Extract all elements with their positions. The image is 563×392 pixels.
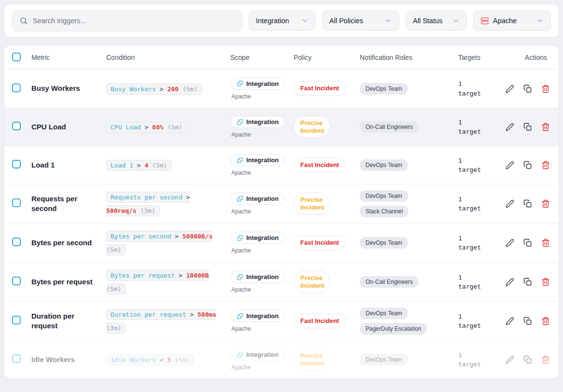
- condition-pill: Requests per second > 500req/s (3m): [106, 192, 190, 216]
- targets-count: 1 target: [458, 234, 487, 252]
- row-checkbox[interactable]: [12, 238, 21, 246]
- integration-icon: [237, 313, 243, 320]
- delete-button[interactable]: [541, 199, 550, 208]
- duplicate-button[interactable]: [523, 238, 532, 247]
- targets-count: 1 target: [458, 118, 487, 137]
- copy-icon: [523, 84, 532, 93]
- row-checkbox[interactable]: [12, 84, 21, 92]
- filter-status-label: All Status: [413, 17, 442, 25]
- scope-pill: Integration: [230, 349, 285, 361]
- chevron-down-icon: [452, 17, 460, 25]
- notification-role-pill: DevOps Team: [360, 308, 408, 319]
- row-checkbox[interactable]: [12, 122, 21, 130]
- filter-toolbar: Integration All Policies All Status Apac…: [4, 4, 559, 38]
- row-checkbox[interactable]: [12, 354, 21, 363]
- edit-button[interactable]: [506, 84, 514, 93]
- copy-icon: [523, 123, 532, 131]
- trash-icon: [541, 238, 550, 247]
- integration-icon: [237, 119, 243, 126]
- table-row: Duration per request Duration per reques…: [4, 301, 559, 340]
- server-icon: [480, 16, 489, 25]
- edit-button[interactable]: [506, 278, 514, 286]
- duplicate-button[interactable]: [523, 199, 532, 208]
- duplicate-button[interactable]: [523, 123, 532, 131]
- delete-button[interactable]: [541, 355, 550, 364]
- delete-button[interactable]: [541, 84, 550, 93]
- row-checkbox[interactable]: [12, 316, 21, 324]
- scope-integration-name: Apache: [230, 93, 251, 100]
- col-metric: Metric: [31, 54, 106, 61]
- triggers-table: Metric Condition Scope Policy Notificati…: [4, 45, 559, 379]
- pencil-icon: [506, 355, 514, 364]
- filter-status-dropdown[interactable]: All Status: [406, 11, 467, 31]
- scope-pill: Integration: [230, 193, 285, 205]
- edit-button[interactable]: [506, 123, 514, 131]
- pencil-icon: [506, 317, 514, 325]
- policy-badge: Fast Incident: [294, 236, 346, 250]
- duplicate-button[interactable]: [523, 317, 532, 325]
- col-scope: Scope: [230, 54, 294, 61]
- notification-role-pill: DevOps Team: [360, 83, 408, 95]
- trash-icon: [541, 161, 550, 169]
- targets-count: 1 target: [458, 156, 487, 175]
- policy-badge: Precise Incident: [294, 193, 330, 215]
- trash-icon: [541, 199, 550, 208]
- edit-button[interactable]: [506, 161, 514, 169]
- condition-pill: Bytes per request > 10000B (5m): [106, 270, 209, 294]
- metric-name: Bytes per request: [31, 277, 106, 287]
- filter-policies-label: All Policies: [329, 17, 363, 25]
- col-policy: Policy: [294, 54, 360, 61]
- notification-role-pill: DevOps Team: [360, 190, 408, 202]
- copy-icon: [523, 355, 532, 364]
- search-input[interactable]: [33, 17, 235, 25]
- duplicate-button[interactable]: [523, 161, 532, 169]
- trash-icon: [541, 317, 550, 325]
- metric-name: Duration per request: [31, 311, 106, 331]
- duplicate-button[interactable]: [523, 84, 532, 93]
- edit-button[interactable]: [506, 238, 514, 247]
- policy-badge: Fast Incident: [294, 314, 346, 328]
- integration-icon: [237, 274, 243, 280]
- row-checkbox[interactable]: [12, 277, 21, 285]
- col-actions: Actions: [504, 54, 551, 61]
- scope-pill: Integration: [230, 154, 285, 166]
- metric-name: Load 1: [31, 160, 106, 170]
- col-targets: Targets: [458, 54, 504, 61]
- delete-button[interactable]: [541, 238, 550, 247]
- duplicate-button[interactable]: [523, 278, 532, 286]
- delete-button[interactable]: [541, 161, 550, 169]
- pencil-icon: [506, 278, 514, 286]
- edit-button[interactable]: [506, 199, 514, 208]
- metric-name: Idle Workers: [31, 355, 106, 364]
- duplicate-button[interactable]: [523, 355, 532, 364]
- edit-button[interactable]: [506, 317, 514, 325]
- targets-count: 1 target: [458, 273, 487, 292]
- search-box[interactable]: [12, 10, 242, 31]
- delete-button[interactable]: [541, 317, 550, 325]
- table-header: Metric Condition Scope Policy Notificati…: [4, 46, 559, 70]
- condition-pill: Load 1 > 4 (5m): [106, 160, 171, 171]
- filter-source-dropdown[interactable]: Apache: [473, 11, 551, 31]
- row-checkbox[interactable]: [12, 198, 21, 207]
- notification-role-pill: On-Call Engineers: [360, 121, 419, 133]
- filter-integration-dropdown[interactable]: Integration: [249, 11, 316, 31]
- condition-pill: Idle Workers < 5 (5m): [106, 354, 194, 365]
- delete-button[interactable]: [541, 278, 550, 286]
- edit-button[interactable]: [506, 355, 514, 364]
- filter-policies-dropdown[interactable]: All Policies: [322, 11, 399, 31]
- notification-role-pill: DevOps Team: [360, 237, 408, 249]
- targets-count: 1 target: [458, 79, 487, 98]
- table-row: Requests per second Requests per second …: [4, 184, 559, 223]
- trash-icon: [541, 123, 550, 131]
- pencil-icon: [506, 161, 514, 169]
- delete-button[interactable]: [541, 123, 550, 131]
- copy-icon: [523, 199, 532, 208]
- search-icon: [19, 16, 28, 25]
- scope-integration-name: Apache: [230, 208, 251, 215]
- condition-pill: CPU Load > 80% (5m): [106, 122, 187, 133]
- select-all-checkbox[interactable]: [12, 53, 21, 61]
- scope-integration-name: Apache: [230, 325, 251, 332]
- policy-badge: Fast Incident: [294, 158, 346, 172]
- row-checkbox[interactable]: [12, 160, 21, 168]
- copy-icon: [523, 238, 532, 247]
